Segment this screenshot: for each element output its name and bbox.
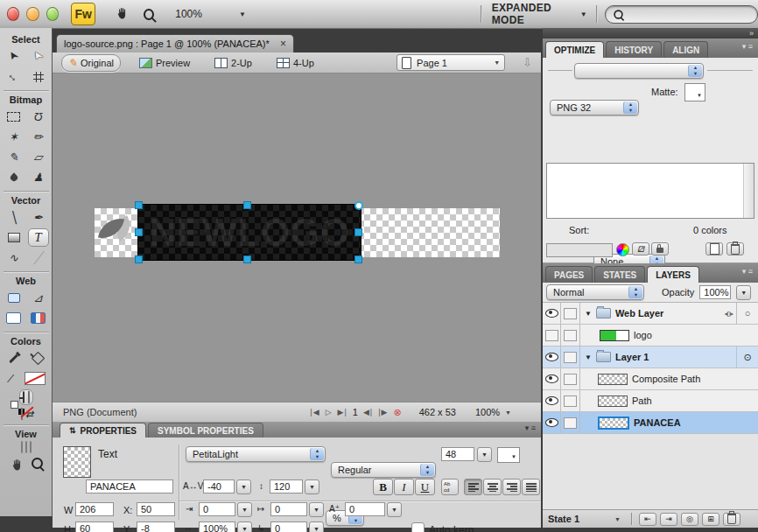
eraser-tool[interactable]: ▱	[28, 148, 49, 166]
paint-bucket-tool[interactable]	[28, 349, 49, 368]
lock-cell[interactable]	[564, 396, 577, 407]
visibility-eye-icon[interactable]	[545, 353, 558, 361]
freeform-tool[interactable]: ∿	[4, 248, 25, 267]
snap-to-websafe-button[interactable]: ⚂	[632, 242, 649, 256]
zoom-level-dropdown-arrow[interactable]: ▼	[239, 10, 246, 18]
tab-original[interactable]: ✎ Original	[61, 54, 121, 72]
knife-tool[interactable]: ╱	[28, 248, 49, 267]
full-screen-menu-mode-button[interactable]	[25, 442, 27, 452]
selection-handle-mid-left[interactable]	[135, 228, 143, 236]
tab-align[interactable]: ALIGN	[663, 41, 708, 58]
lock-cell[interactable]	[564, 374, 577, 385]
line-tool[interactable]: ╲	[4, 208, 25, 227]
selection-handle-top-right[interactable]	[354, 201, 363, 210]
properties-panel-menu-icon[interactable]: ▾ ≡	[525, 424, 536, 432]
marquee-tool[interactable]	[4, 108, 25, 126]
previous-state-button[interactable]: ◀|	[363, 408, 373, 416]
add-color-button[interactable]	[705, 242, 723, 256]
underline-button[interactable]: U	[415, 479, 435, 495]
document-tab[interactable]: logo-source.png : Page 1 @ 100% (PANACEA…	[56, 34, 294, 52]
italic-button[interactable]: I	[394, 479, 414, 495]
x-field[interactable]: 50	[137, 502, 175, 516]
tab-symbol-properties[interactable]: SYMBOL PROPERTIES	[148, 423, 263, 438]
distribute-to-states-button[interactable]: ⇤	[639, 513, 656, 526]
text-tool[interactable]: T	[28, 228, 49, 247]
lock-color-button[interactable]	[651, 242, 669, 256]
layer-row-panacea[interactable]: PANACEA	[543, 412, 758, 434]
zoom-tool-titlebar-icon[interactable]	[144, 9, 154, 20]
lock-cell[interactable]	[564, 352, 577, 363]
tab-pages[interactable]: PAGES	[545, 266, 593, 283]
play-button[interactable]: ▷	[326, 408, 333, 416]
full-screen-mode-button[interactable]	[30, 442, 32, 452]
zoom-tool[interactable]	[32, 458, 43, 469]
minimize-window-button[interactable]	[26, 7, 39, 21]
last-state-button[interactable]: ▶|	[338, 408, 347, 416]
pointer-tool[interactable]: ➤	[4, 47, 25, 66]
state-selector-arrow[interactable]: ▼	[614, 516, 621, 522]
new-layer-button[interactable]: ⊞	[702, 513, 719, 526]
canvas-zoom-value[interactable]: 100%	[475, 407, 500, 417]
baseline-shift-slider-button[interactable]	[387, 502, 402, 517]
text-name-field[interactable]: PANACEA	[86, 480, 173, 494]
lock-cell[interactable]	[564, 417, 577, 429]
mask-radio-off-icon[interactable]: ○	[736, 303, 758, 324]
horizontal-scale-field[interactable]: 100%	[199, 522, 235, 532]
tab-history[interactable]: HISTORY	[606, 41, 662, 58]
align-center-button[interactable]	[483, 479, 502, 495]
rectangle-tool[interactable]	[4, 228, 25, 247]
font-size-slider-button[interactable]	[477, 447, 492, 462]
space-after-slider-button[interactable]	[309, 522, 324, 532]
rubber-stamp-tool[interactable]: ♟	[28, 168, 49, 186]
opacity-field[interactable]: 100%	[699, 285, 731, 299]
align-right-button[interactable]	[502, 479, 521, 495]
visibility-eye-icon[interactable]	[545, 418, 558, 427]
add-mask-button[interactable]: ◎	[681, 513, 698, 526]
align-left-button[interactable]	[464, 479, 482, 495]
collapse-panels-icon[interactable]: »	[749, 29, 754, 38]
bold-button[interactable]: B	[373, 479, 393, 495]
baseline-shift-field[interactable]: 0	[345, 502, 385, 516]
magic-wand-tool[interactable]: ✶	[4, 128, 25, 146]
canvas[interactable]: NEWLOGO	[53, 74, 541, 402]
delete-layer-button[interactable]	[723, 513, 740, 526]
layer-row-web-layer[interactable]: ▼ Web Layer ◂▯▸ ○	[543, 303, 758, 325]
selection-handle-mid-right[interactable]	[354, 228, 362, 236]
close-window-button[interactable]	[7, 7, 19, 21]
first-state-button[interactable]: |◀	[310, 408, 319, 416]
selection-handle-bottom-left[interactable]	[135, 256, 143, 263]
active-layer-radio-icon[interactable]: ⊙	[736, 346, 758, 368]
canvas-zoom-arrow[interactable]: ▼	[505, 410, 511, 416]
text-case-button[interactable]: Ab cd	[441, 479, 459, 495]
kerning-field[interactable]: -40	[203, 480, 235, 494]
quick-export-icon[interactable]: ⇩	[523, 56, 532, 69]
opacity-slider-button[interactable]	[736, 285, 751, 300]
selection-handle-top-mid[interactable]	[243, 201, 251, 209]
color-wheel-icon[interactable]	[616, 243, 629, 258]
pencil-tool[interactable]: ✎	[4, 148, 25, 166]
visibility-eye-icon[interactable]	[545, 309, 558, 318]
no-color-button[interactable]	[21, 409, 23, 420]
document-tab-close-icon[interactable]: ×	[280, 38, 286, 50]
color-table[interactable]	[546, 163, 754, 219]
zoom-level-value[interactable]: 100%	[175, 8, 202, 20]
visibility-eye-icon[interactable]	[545, 374, 558, 383]
hand-tool-titlebar-icon[interactable]	[115, 6, 130, 23]
color-table-scrollbar[interactable]	[743, 164, 754, 218]
disclosure-triangle-icon[interactable]: ▼	[585, 354, 592, 361]
layer-row-logo[interactable]: logo	[543, 325, 758, 346]
disclosure-triangle-icon[interactable]: ▼	[585, 310, 592, 318]
tab-4up[interactable]: 4-Up	[270, 56, 320, 70]
layer-row-composite-path[interactable]: Composite Path	[543, 368, 758, 390]
stop-icon[interactable]: ⊗	[393, 407, 401, 418]
leaf-logo-graphic[interactable]	[98, 212, 138, 252]
tab-layers[interactable]: LAYERS	[647, 266, 699, 283]
blur-tool[interactable]	[4, 168, 25, 186]
paragraph-indent-field[interactable]: 0	[199, 502, 235, 516]
eyedropper-tool[interactable]	[4, 349, 25, 368]
show-slices-button[interactable]	[28, 309, 49, 327]
layers-panel-menu-icon[interactable]: ▾ ≡	[742, 267, 753, 276]
state-selector-value[interactable]: State 1	[548, 514, 579, 524]
selection-handle-top-left[interactable]	[135, 201, 143, 209]
horizontal-scale-slider-button[interactable]	[237, 522, 252, 532]
